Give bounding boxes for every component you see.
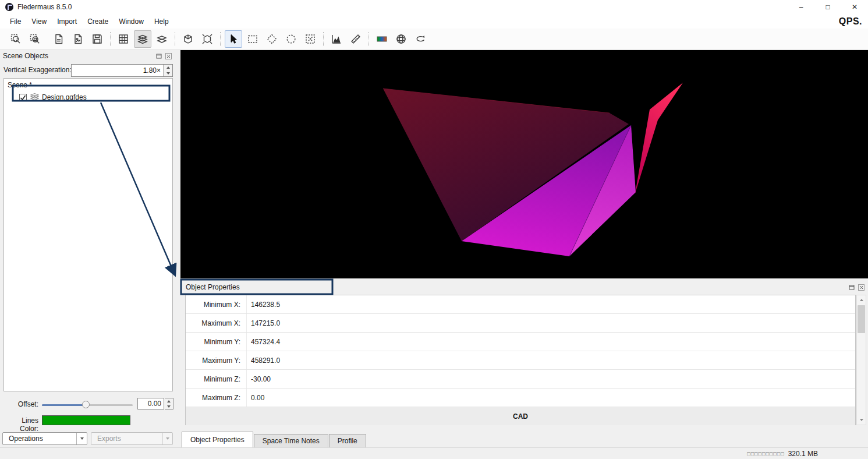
- select-cursor-icon[interactable]: [225, 30, 242, 48]
- exports-dropdown-arrow-icon: [162, 433, 172, 444]
- row-label: Minimum Y:: [186, 333, 247, 351]
- item-visibility-checkbox[interactable]: [19, 94, 27, 101]
- table-row: Minimum Y: 457324.4: [186, 333, 855, 351]
- tab-profile[interactable]: Profile: [329, 434, 366, 447]
- row-value: 147215.0: [247, 319, 280, 327]
- zoom-extents-icon[interactable]: [7, 30, 24, 48]
- scroll-down-icon[interactable]: [857, 415, 866, 425]
- table-row: Maximum Y: 458291.0: [186, 351, 855, 370]
- select-polygon-icon[interactable]: [263, 30, 281, 48]
- import-image-icon[interactable]: [69, 30, 87, 48]
- window-title: Fledermaus 8.5.0: [17, 3, 72, 11]
- surface-object-icon: [30, 93, 39, 102]
- menu-file[interactable]: File: [5, 15, 26, 28]
- row-label: Maximum X:: [186, 314, 247, 332]
- histogram-icon[interactable]: [328, 30, 345, 48]
- row-value: 457324.4: [247, 338, 280, 346]
- select-ellipse-icon[interactable]: [282, 30, 300, 48]
- close-button[interactable]: ✕: [841, 0, 868, 14]
- properties-scrollbar[interactable]: [856, 295, 866, 425]
- panel-tabs: Object Properties Space Time Notes Profi…: [180, 430, 868, 447]
- vertical-exaggeration-value: 1.80×: [72, 66, 163, 75]
- maximize-button[interactable]: □: [814, 0, 841, 14]
- grid-view-icon[interactable]: [115, 30, 132, 48]
- offset-input[interactable]: 0.00: [137, 398, 164, 409]
- zoom-region-icon[interactable]: [26, 30, 44, 48]
- grid-sphere-icon[interactable]: [392, 30, 410, 48]
- save-icon[interactable]: [88, 30, 106, 48]
- colormap-icon[interactable]: [373, 30, 391, 48]
- cad-section-header[interactable]: CAD: [186, 407, 855, 425]
- offset-slider[interactable]: [42, 401, 133, 409]
- app-logo-icon: [5, 3, 13, 11]
- scene-panel-title: Scene Objects: [3, 52, 48, 60]
- menu-window[interactable]: Window: [114, 15, 149, 28]
- ve-spin-down[interactable]: [164, 70, 172, 76]
- menu-help[interactable]: Help: [149, 15, 174, 28]
- table-row: Minimum Z: -30.00: [186, 370, 855, 389]
- close-panel-icon[interactable]: [165, 52, 172, 60]
- row-label: Minimum X:: [186, 295, 247, 313]
- 3d-viewport[interactable]: [180, 50, 868, 278]
- scene-item-label: Design.qgfdes: [42, 93, 87, 101]
- properties-table: Minimum X: 146238.5 Maximum X: 147215.0 …: [185, 295, 856, 425]
- layers-icon[interactable]: [153, 30, 171, 48]
- exports-dropdown[interactable]: Exports: [91, 432, 173, 445]
- row-value: 0.00: [247, 394, 264, 402]
- table-row: Maximum X: 147215.0: [186, 314, 855, 333]
- offset-slider-handle[interactable]: [82, 401, 90, 408]
- row-label: Maximum Y:: [186, 351, 247, 369]
- lines-color-swatch[interactable]: [42, 415, 130, 425]
- ve-spin-up[interactable]: [164, 65, 172, 70]
- offset-value: 0.00: [138, 400, 164, 408]
- surface-shade-icon[interactable]: [134, 30, 151, 48]
- memory-usage: 320.1 MB: [788, 450, 818, 458]
- scene-objects-panel: Scene Objects Vertical Exaggeration: 1.8…: [0, 50, 175, 447]
- menu-create[interactable]: Create: [82, 15, 114, 28]
- table-row: Minimum X: 146238.5: [186, 295, 855, 314]
- rotate-view-icon[interactable]: [412, 30, 429, 48]
- menu-view[interactable]: View: [26, 15, 52, 28]
- import-file-icon[interactable]: [50, 30, 68, 48]
- scene-tree-root[interactable]: Scene *: [8, 81, 32, 89]
- fit-to-box-icon[interactable]: [179, 30, 197, 48]
- float-properties-icon[interactable]: [848, 284, 856, 291]
- row-value: -30.00: [247, 375, 271, 383]
- vertical-exaggeration-label: Vertical Exaggeration:: [3, 66, 72, 74]
- select-rectangle-icon[interactable]: [244, 30, 261, 48]
- row-label: Minimum Z:: [186, 370, 247, 388]
- tab-space-time-notes[interactable]: Space Time Notes: [254, 434, 328, 447]
- status-bar: □□□□□□□□□□ 320.1 MB: [0, 447, 868, 459]
- menu-bar: File View Import Create Window Help QPS.: [0, 14, 868, 29]
- memory-blocks: □□□□□□□□□□: [747, 451, 784, 457]
- object-properties-panel: Object Properties Minimum X: 146238.5 Ma…: [180, 281, 868, 430]
- scroll-up-icon[interactable]: [857, 295, 866, 305]
- exports-label: Exports: [91, 435, 162, 443]
- toolbar: [0, 29, 868, 50]
- scrollbar-thumb[interactable]: [858, 305, 865, 333]
- vertical-exaggeration-input[interactable]: 1.80×: [71, 64, 173, 77]
- object-properties-title: Object Properties: [186, 283, 240, 291]
- tab-object-properties[interactable]: Object Properties: [182, 432, 253, 447]
- operations-label: Operations: [3, 435, 76, 443]
- row-value: 146238.5: [247, 301, 280, 309]
- row-value: 458291.0: [247, 356, 280, 365]
- select-points-icon[interactable]: [302, 30, 319, 48]
- row-label: Maximum Z:: [186, 389, 247, 407]
- expand-box-icon[interactable]: [199, 30, 216, 48]
- offset-label: Offset:: [2, 400, 38, 408]
- scene-tree[interactable]: Scene * Design.qgfdes: [3, 78, 173, 391]
- offset-spin-up[interactable]: [165, 398, 173, 404]
- scene-tree-item[interactable]: Design.qgfdes: [4, 91, 172, 104]
- table-row: Maximum Z: 0.00: [186, 389, 855, 407]
- menu-import[interactable]: Import: [52, 15, 82, 28]
- minimize-button[interactable]: –: [788, 0, 814, 14]
- offset-spin-down[interactable]: [165, 404, 173, 409]
- measure-icon[interactable]: [347, 30, 364, 48]
- lines-color-label: Lines Color:: [1, 416, 38, 433]
- operations-dropdown[interactable]: Operations: [2, 432, 87, 445]
- float-panel-icon[interactable]: [155, 52, 163, 60]
- operations-dropdown-arrow-icon: [76, 433, 87, 444]
- title-bar: Fledermaus 8.5.0 – □ ✕: [0, 0, 868, 14]
- close-properties-icon[interactable]: [858, 284, 865, 291]
